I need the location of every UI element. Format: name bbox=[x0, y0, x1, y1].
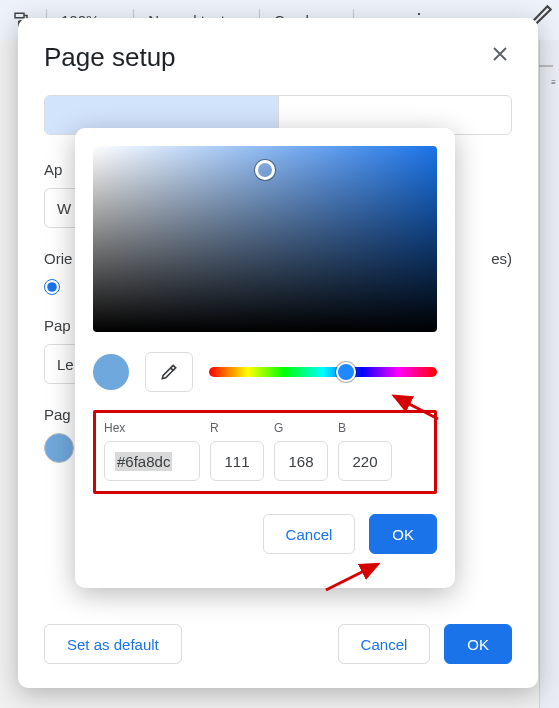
hex-label: Hex bbox=[104, 421, 200, 435]
vertical-ruler: ≡ bbox=[539, 40, 559, 708]
b-label: B bbox=[338, 421, 392, 435]
color-preview-swatch bbox=[93, 354, 129, 390]
r-label: R bbox=[210, 421, 264, 435]
margins-unit-label: es) bbox=[491, 250, 512, 267]
eyedropper-button[interactable] bbox=[145, 352, 193, 392]
orientation-portrait-radio[interactable] bbox=[44, 279, 60, 295]
close-icon bbox=[492, 46, 508, 62]
ok-button[interactable]: OK bbox=[444, 624, 512, 664]
color-ok-button[interactable]: OK bbox=[369, 514, 437, 554]
r-value: 111 bbox=[224, 453, 249, 470]
hue-track bbox=[209, 367, 437, 377]
r-input[interactable]: 111 bbox=[210, 441, 264, 481]
g-value: 168 bbox=[288, 453, 313, 470]
g-input[interactable]: 168 bbox=[274, 441, 328, 481]
set-as-default-button[interactable]: Set as default bbox=[44, 624, 182, 664]
ruler-tick-icon: ≡ bbox=[551, 78, 556, 87]
hex-input[interactable]: #6fa8dc bbox=[104, 441, 200, 481]
g-label: G bbox=[274, 421, 328, 435]
orientation-label: Orie bbox=[44, 250, 72, 267]
sv-gradient[interactable] bbox=[93, 146, 437, 332]
annotation-highlight-box: Hex #6fa8dc R 111 G 168 B 220 bbox=[93, 410, 437, 494]
page-color-swatch[interactable] bbox=[44, 433, 74, 463]
paper-size-value: Le bbox=[57, 356, 74, 373]
close-button[interactable] bbox=[488, 42, 512, 66]
color-cancel-button[interactable]: Cancel bbox=[263, 514, 356, 554]
dialog-title: Page setup bbox=[44, 42, 176, 73]
custom-color-popover: Hex #6fa8dc R 111 G 168 B 220 Cancel OK bbox=[75, 128, 455, 588]
eyedropper-icon bbox=[159, 362, 179, 382]
ruler-mark bbox=[539, 62, 553, 71]
cancel-button[interactable]: Cancel bbox=[338, 624, 431, 664]
b-value: 220 bbox=[352, 453, 377, 470]
hex-value: #6fa8dc bbox=[115, 452, 172, 471]
hue-slider[interactable] bbox=[209, 365, 437, 379]
apply-to-value: W bbox=[57, 200, 71, 217]
b-input[interactable]: 220 bbox=[338, 441, 392, 481]
hue-thumb[interactable] bbox=[336, 362, 356, 382]
sv-thumb[interactable] bbox=[255, 160, 275, 180]
